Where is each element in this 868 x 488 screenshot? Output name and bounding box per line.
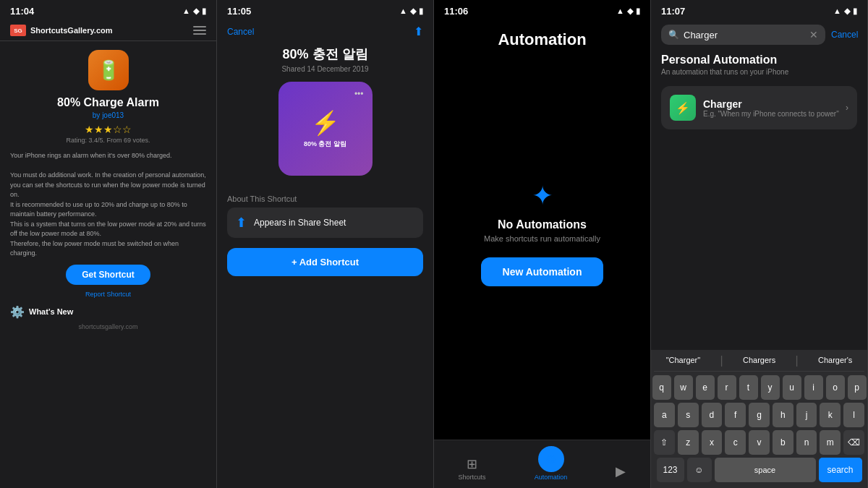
key-x[interactable]: x <box>702 430 723 455</box>
key-q[interactable]: q <box>652 375 671 400</box>
section-subtitle: An automation that runs on your iPhone <box>651 68 867 82</box>
key-t[interactable]: t <box>739 375 758 400</box>
key-a[interactable]: a <box>654 403 675 427</box>
search-box: 🔍 ✕ <box>661 25 825 45</box>
key-l[interactable]: l <box>843 403 864 427</box>
shortcut-title: 80% 충전 알림 <box>217 46 433 63</box>
key-s[interactable]: s <box>678 403 699 427</box>
get-shortcut-button[interactable]: Get Shortcut <box>66 265 150 285</box>
keyboard-row-1: q w e r t y u i o p <box>654 375 864 400</box>
key-b[interactable]: b <box>773 430 793 455</box>
add-shortcut-button[interactable]: + Add Shortcut <box>227 248 423 276</box>
key-n[interactable]: n <box>796 430 817 455</box>
result-description: E.g. "When my iPhone connects to power" <box>703 110 839 118</box>
whats-new-label: What's New <box>29 307 73 316</box>
battery-icon-2: ▮ <box>419 7 423 16</box>
tab-bar: ⊞ Shortcuts ⊕ Automation ▶ <box>434 440 650 488</box>
charger-icon: ⚡ <box>670 95 696 121</box>
key-d[interactable]: d <box>702 403 723 427</box>
key-z[interactable]: z <box>678 430 699 455</box>
empty-state: ✦ No Automations Make shortcuts run auto… <box>434 71 650 440</box>
keyboard-row-4: 123 ☺ space search <box>654 458 864 482</box>
result-text: Charger E.g. "When my iPhone connects to… <box>703 98 839 118</box>
gallery-tab-icon: ▶ <box>616 463 626 479</box>
signal-icon-3: ▲ <box>616 7 624 15</box>
rating-text: Rating: 3.4/5. From 69 votes. <box>10 137 206 144</box>
key-shift[interactable]: ⇧ <box>654 430 675 455</box>
suggestion-1[interactable]: "Charger" <box>662 354 705 367</box>
new-automation-button[interactable]: New Automation <box>481 257 604 286</box>
key-c[interactable]: c <box>725 430 746 455</box>
status-icons-4: ▲ ◆ ▮ <box>833 7 857 16</box>
battery-icon: ▮ <box>202 7 206 16</box>
shared-date: Shared 14 December 2019 <box>217 65 433 73</box>
section-title: Personal Automation <box>651 51 867 68</box>
key-i[interactable]: i <box>804 375 823 400</box>
signal-icon-2: ▲ <box>399 7 407 15</box>
app-description: Your iPhone rings an alarm when it's ove… <box>10 151 206 259</box>
key-search[interactable]: search <box>819 458 862 482</box>
site-url: shortcutsgallery.com <box>10 323 206 330</box>
no-automations-text: No Automations <box>498 218 587 231</box>
key-p[interactable]: p <box>848 375 867 400</box>
clear-search-icon[interactable]: ✕ <box>809 29 818 40</box>
key-space[interactable]: space <box>715 458 816 482</box>
report-link[interactable]: Report Shortcut <box>10 291 206 298</box>
screen-3: 11:06 ▲ ◆ ▮ Automation ✦ No Automations … <box>434 0 651 488</box>
app-icon-1: 🔋 <box>88 50 129 90</box>
tab-gallery[interactable]: ▶ <box>616 463 626 481</box>
cancel-button-2[interactable]: Cancel <box>227 27 254 37</box>
key-h[interactable]: h <box>773 403 793 427</box>
search-input[interactable] <box>684 30 805 40</box>
menu-button[interactable] <box>193 26 206 35</box>
more-icon[interactable]: ••• <box>354 89 364 99</box>
key-r[interactable]: r <box>718 375 736 400</box>
key-v[interactable]: v <box>749 430 770 455</box>
key-k[interactable]: k <box>820 403 841 427</box>
key-emoji[interactable]: ☺ <box>687 458 712 482</box>
key-g[interactable]: g <box>749 403 770 427</box>
key-e[interactable]: e <box>696 375 715 400</box>
tab-automation[interactable]: ⊕ Automation <box>535 446 568 481</box>
status-icons-2: ▲ ◆ ▮ <box>399 7 423 16</box>
suggestion-3[interactable]: Charger's <box>814 354 856 367</box>
key-o[interactable]: o <box>826 375 845 400</box>
result-left: ⚡ Charger E.g. "When my iPhone connects … <box>670 95 839 121</box>
logo-icon: SG <box>10 25 26 36</box>
charger-result-item[interactable]: ⚡ Charger E.g. "When my iPhone connects … <box>661 86 857 129</box>
shortcut-card: ••• ⚡ 80% 충전 알림 <box>278 82 373 176</box>
cancel-button-4[interactable]: Cancel <box>831 30 858 40</box>
keyboard-row-2: a s d f g h j k l <box>654 403 864 427</box>
key-m[interactable]: m <box>820 430 841 455</box>
no-automations-subtitle: Make shortcuts run automatically <box>484 234 600 243</box>
key-backspace[interactable]: ⌫ <box>843 430 864 455</box>
status-bar-3: 11:06 ▲ ◆ ▮ <box>434 0 650 20</box>
appears-text: Appears in Share Sheet <box>254 218 346 228</box>
time-3: 11:06 <box>444 6 468 17</box>
app-author[interactable]: by joe013 <box>10 111 206 119</box>
automation-title: Automation <box>434 20 650 71</box>
share-button[interactable]: ⬆ <box>414 25 423 38</box>
screen2-header: Cancel ⬆ <box>217 20 433 46</box>
screen-2: 11:05 ▲ ◆ ▮ Cancel ⬆ 80% 충전 알림 Shared 14… <box>217 0 434 488</box>
search-bar: 🔍 ✕ Cancel <box>651 20 867 51</box>
shortcuts-tab-icon: ⊞ <box>467 456 477 472</box>
key-w[interactable]: w <box>674 375 693 400</box>
key-j[interactable]: j <box>796 403 817 427</box>
signal-icon: ▲ <box>182 7 190 15</box>
keyboard-row-3: ⇧ z x c v b n m ⌫ <box>654 430 864 455</box>
key-num[interactable]: 123 <box>657 458 684 482</box>
battery-icon-4: ▮ <box>853 7 857 16</box>
wifi-icon-3: ◆ <box>627 7 633 16</box>
app-title-1: 80% Charge Alarm <box>10 96 206 109</box>
status-icons-3: ▲ ◆ ▮ <box>616 7 640 16</box>
key-u[interactable]: u <box>783 375 801 400</box>
tab-shortcuts[interactable]: ⊞ Shortcuts <box>459 456 486 481</box>
key-y[interactable]: y <box>761 375 780 400</box>
suggestion-2[interactable]: Chargers <box>739 354 780 367</box>
key-f[interactable]: f <box>725 403 746 427</box>
share-sheet-icon: ⬆ <box>236 215 247 231</box>
keyboard-suggestions: "Charger" | Chargers | Charger's <box>654 354 864 372</box>
screen-1: 11:04 ▲ ◆ ▮ SG ShortcutsGallery.com 🔋 80… <box>0 0 217 488</box>
screen-4: 11:07 ▲ ◆ ▮ 🔍 ✕ Cancel Personal Automati… <box>651 0 868 488</box>
